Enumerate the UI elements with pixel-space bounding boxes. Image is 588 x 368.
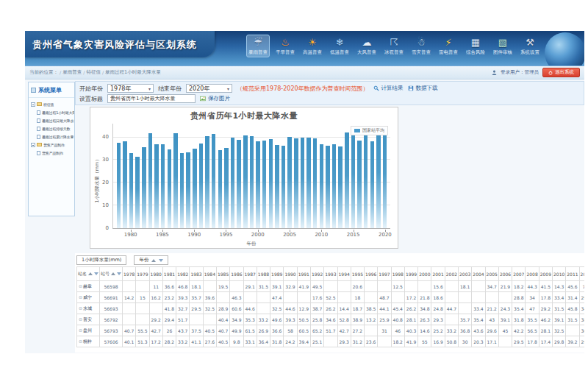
tree-group[interactable]: 普查产品制作 — [31, 141, 74, 149]
column-field-box[interactable]: 年份 — [134, 255, 168, 265]
year-column-header[interactable]: 1998 — [391, 267, 404, 281]
year-column-header[interactable]: 1995 — [351, 267, 364, 281]
year-column-header[interactable]: 2004 — [472, 267, 485, 281]
nav-item-snowflake[interactable]: ❄低温普查 — [328, 35, 351, 57]
x-slot — [115, 230, 121, 238]
collapse-icon[interactable] — [31, 143, 35, 147]
year-column-header[interactable]: 1997 — [378, 267, 391, 281]
year-column-header[interactable]: 1988 — [257, 267, 270, 281]
year-column-header[interactable]: 2007 — [512, 267, 526, 281]
year-column-header[interactable]: 2012 — [579, 267, 584, 281]
tree-leaf-item[interactable]: 普查产品制作 — [31, 149, 74, 157]
expand-icon[interactable]: ⊙ — [79, 316, 82, 322]
value-cell — [243, 292, 257, 303]
station-name-cell[interactable]: ⊙盘州 — [77, 325, 100, 336]
bar-1980 — [129, 153, 134, 228]
breadcrumb-item[interactable]: 暴雨普查 — [62, 69, 82, 76]
filter-funnel-icon[interactable] — [94, 272, 98, 275]
year-column-header[interactable]: 1985 — [216, 267, 229, 281]
year-column-header[interactable]: 1983 — [190, 267, 203, 281]
year-column-header[interactable]: 2002 — [445, 267, 458, 281]
year-column-header[interactable]: 1981 — [162, 267, 176, 281]
end-year-select[interactable]: 2020年▾ — [186, 84, 232, 93]
station-name-cell[interactable]: ⊙威宁 — [77, 292, 100, 303]
nav-item-lightning[interactable]: ⚡雷电普查 — [437, 35, 460, 57]
nav-item-rain[interactable]: ☔暴雨普查 — [246, 35, 270, 57]
tree-leaf-item[interactable]: 暴雨过程日最大降水量 — [31, 116, 74, 124]
year-column-header[interactable]: 2006 — [498, 267, 512, 281]
value-cell — [459, 303, 472, 314]
year-column-header[interactable]: 1990 — [284, 267, 297, 281]
nav-item-wind[interactable]: ☁大风普查 — [355, 35, 379, 57]
tree-group[interactable]: 特征值 — [31, 100, 74, 108]
station-name-cell[interactable]: ⊙赫章 — [77, 281, 100, 292]
nav-item-wrench[interactable]: ⚒系统设置 — [518, 35, 542, 57]
nav-item-heat[interactable]: ♨干旱普查 — [273, 35, 297, 57]
filter-funnel-icon[interactable] — [117, 272, 121, 275]
year-column-header[interactable]: 2001 — [431, 267, 445, 281]
station-name-header[interactable]: 站名 — [77, 267, 100, 281]
sort-icon[interactable] — [111, 272, 115, 275]
nav-item-snow[interactable]: ☃雪灾普查 — [409, 35, 433, 57]
value-cell: 17.8 — [526, 336, 539, 347]
year-column-header[interactable]: 1989 — [270, 267, 284, 281]
chart-title-input[interactable] — [107, 94, 196, 103]
calc-result-button[interactable]: 计算结果 — [373, 85, 404, 92]
year-column-header[interactable]: 1991 — [297, 267, 310, 281]
tree-leaf-item[interactable]: 暴雨过程1小时最大降水量 — [31, 108, 74, 116]
data-download-button[interactable]: 数据下载 — [408, 85, 438, 92]
hail-icon: ☈ — [390, 37, 398, 48]
year-column-header[interactable]: 1987 — [243, 267, 257, 281]
start-year-select[interactable]: 1978年▾ — [107, 84, 154, 93]
expand-icon[interactable]: ⊙ — [79, 339, 82, 344]
tree-leaf-item[interactable]: 暴雨过程累计降水量 — [31, 132, 74, 141]
x-slot — [242, 230, 248, 238]
value-field-box[interactable]: 1小时降水量(mm) — [76, 255, 126, 265]
value-cell: 17.8 — [539, 292, 552, 303]
nav-item-calc[interactable]: ▦综合风险 — [464, 35, 487, 57]
year-column-header[interactable]: 1994 — [337, 267, 351, 281]
year-column-header[interactable]: 2005 — [485, 267, 498, 281]
year-column-header[interactable]: 2008 — [526, 267, 539, 281]
station-name-cell[interactable]: ⊙桐梓 — [77, 336, 100, 347]
year-column-header[interactable]: 2009 — [539, 267, 552, 281]
year-column-header[interactable]: 1978 — [123, 267, 136, 281]
expand-icon[interactable]: ⊙ — [79, 328, 82, 333]
value-cell: 44.7 — [445, 303, 458, 314]
year-column-header[interactable]: 2003 — [459, 267, 472, 281]
sort-icon[interactable] — [151, 259, 156, 262]
station-id-header[interactable]: 站号 — [100, 267, 123, 281]
x-slot — [179, 230, 185, 238]
breadcrumb-item[interactable]: 暴雨过程1小时最大降水量 — [105, 69, 161, 76]
year-column-header[interactable]: 2011 — [566, 267, 579, 281]
breadcrumb-item[interactable]: 特征值 — [86, 69, 101, 76]
logout-button[interactable]: 退出系统 — [542, 68, 580, 77]
nav-item-sun[interactable]: ☀高温普查 — [301, 35, 324, 57]
station-name-cell[interactable]: ⊙普安 — [77, 314, 100, 325]
year-column-header[interactable]: 1984 — [203, 267, 216, 281]
save-image-button[interactable]: 保存图片 — [200, 95, 230, 102]
filter-funnel-icon[interactable] — [159, 259, 163, 262]
year-column-header[interactable]: 1999 — [404, 267, 417, 281]
year-column-header[interactable]: 1979 — [136, 267, 149, 281]
year-column-header[interactable]: 1992 — [310, 267, 323, 281]
sort-icon[interactable] — [88, 272, 93, 275]
year-column-header[interactable]: 2000 — [418, 267, 431, 281]
year-column-header[interactable]: 1986 — [230, 267, 243, 281]
bar-slot — [166, 124, 173, 228]
collapse-icon[interactable] — [31, 102, 35, 107]
year-column-header[interactable]: 1982 — [176, 267, 190, 281]
year-column-header[interactable]: 1996 — [365, 267, 378, 281]
station-name-cell[interactable]: ⊙水城 — [77, 303, 100, 314]
value-cell — [459, 292, 472, 303]
expand-icon[interactable]: ⊙ — [79, 294, 82, 300]
year-column-header[interactable]: 1993 — [324, 267, 337, 281]
year-column-header[interactable]: 1980 — [149, 267, 162, 281]
nav-item-map[interactable]: ▧图件审核 — [491, 35, 514, 57]
expand-icon[interactable]: ⊙ — [79, 283, 82, 289]
station-id-cell: 56598 — [100, 281, 123, 292]
year-column-header[interactable]: 2010 — [553, 267, 566, 281]
nav-item-hail[interactable]: ☈冰雹普查 — [382, 35, 406, 57]
expand-icon[interactable]: ⊙ — [79, 305, 82, 311]
tree-leaf-item[interactable]: 暴雨过程持续天数 — [31, 124, 74, 132]
